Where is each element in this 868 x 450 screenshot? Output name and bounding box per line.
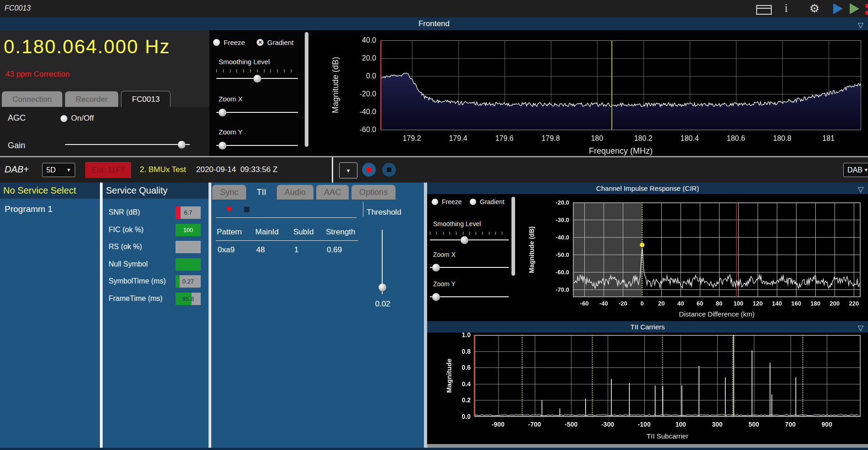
frontend-title: Frontend [418,19,450,28]
chevron-down-icon: ▼ [346,168,351,173]
slider-track [216,112,298,113]
service-list-item[interactable]: Programm 1 [5,204,53,214]
controls-scrollbar[interactable] [305,32,308,147]
tii-col-header: MainId [255,228,279,237]
smoothing-slider[interactable] [216,75,298,83]
detail-tab-bar: SyncTIIAudioAACOptions [212,184,396,200]
tii-carriers-body [427,333,868,444]
frontend-tuner-panel: 0.180.064.000 Hz 43 ppm Correction Conne… [0,30,209,156]
zoom-x-slider[interactable] [216,109,298,117]
channel-value: 5D [46,166,55,174]
quality-value [176,241,201,253]
tab-sync[interactable]: Sync [212,185,246,200]
info-icon[interactable]: i [785,2,788,15]
threshold-label: Threshold [367,208,401,217]
stop-button[interactable] [382,163,396,177]
settings-gear-icon[interactable]: ⚙ [809,2,819,15]
band-combobox[interactable]: DAB ▼ [843,163,868,177]
service-list-panel: No Service Select Programm 1 [0,183,100,448]
tab-options[interactable]: Options [352,185,396,200]
tab-connection[interactable]: Connection [2,91,62,107]
slider-handle[interactable] [219,109,226,117]
window-restore-icon[interactable] [756,5,772,15]
tii-col-header: Pattern [217,228,242,237]
tab-audio[interactable]: Audio [277,185,313,200]
quality-row: SymbolTime (ms)0.27 [103,275,209,288]
quality-value: 0.27 [176,275,201,288]
table-header-underline [216,240,358,241]
cir-gradient-radio[interactable]: Gradient [470,198,505,206]
radio-circle-icon[interactable] [60,115,67,122]
quality-metric-label: FIC (ok %) [109,226,143,234]
quality-metric-label: SNR (dB) [109,208,140,217]
radio-circle-icon[interactable] [432,199,438,205]
threshold-slider[interactable] [379,230,386,294]
ensemble-name: 2. BMUx Test [140,165,186,174]
tab-tii[interactable]: TII [249,185,274,200]
quality-row: RS (ok %) [103,241,209,253]
slider-handle[interactable] [253,75,261,83]
ppm-correction-label: 43 ppm Correction [5,70,70,79]
tii-cell: 48 [256,245,265,255]
collapse-triangle-icon[interactable]: ▽ [858,322,863,333]
slider-handle[interactable] [178,141,186,149]
panel-splitter[interactable] [424,183,427,448]
slider-handle[interactable] [432,293,440,301]
spectrum-controls-panel: Freeze Gradient Smoothing Level Zoom X Z… [209,30,312,156]
collapse-triangle-icon[interactable]: ▽ [858,183,863,195]
toolbar-divider [332,157,333,183]
quality-row: Null Symbol [103,258,209,271]
radio-circle-icon[interactable] [257,39,264,46]
edge-red-dot-icon [865,4,868,8]
start-green-play-icon[interactable] [850,3,859,14]
threshold-value: 0.02 [371,300,395,309]
recorder-dropdown-button[interactable]: ▼ [339,162,357,178]
quality-metric-label: Null Symbol [109,260,148,268]
collapse-triangle-icon[interactable]: ▽ [858,19,863,32]
agc-radio[interactable]: On/Off [60,114,94,123]
separator-line [216,217,357,218]
freeze-radio[interactable]: Freeze [213,39,245,46]
dab-mode-label: DAB+ [5,164,29,175]
radio-circle-icon[interactable] [213,39,220,46]
cir-zoom-y-slider[interactable] [430,293,509,301]
detail-tabs-panel: SyncTIIAudioAACOptions Threshold Pattern… [211,183,424,448]
agc-label: AGC [8,113,26,123]
start-blue-play-icon[interactable] [833,3,843,14]
smoothing-label: Smoothing Level [433,220,481,228]
tab-fc0013[interactable]: FC0013 [121,91,170,107]
cir-zoom-x-slider[interactable] [430,264,509,272]
tab-recorder[interactable]: Recorder [65,91,118,107]
tii-carriers-canvas [431,333,868,444]
window-title: FC0013 [5,4,31,12]
controls-scrollbar[interactable] [511,197,515,276]
window-bottom-edge [0,448,868,450]
zoom-x-label: Zoom X [433,251,456,258]
slider-handle[interactable] [432,264,440,272]
zoom-y-slider[interactable] [216,142,298,150]
agc-radio-label: On/Off [71,114,94,123]
tii-carriers-section-header: TII Carriers ▽ [427,321,868,333]
channel-combobox[interactable]: 5D ▼ [42,163,75,177]
tii-carriers-title: TII Carriers [631,323,665,331]
chevron-down-icon: ▼ [864,167,868,172]
quality-row: SNR (dB)6.7 [103,206,209,219]
record-button[interactable] [362,163,376,177]
tab-aac[interactable]: AAC [316,185,349,200]
gradient-radio[interactable]: Gradient [257,39,294,46]
slider-handle[interactable] [219,142,226,150]
freeze-label: Freeze [224,39,245,46]
frontend-tab-bar: ConnectionRecorderFC0013 [2,91,170,107]
ensemble-id-badge: EId: 11F7 [85,162,131,178]
frontend-section-header: Frontend ▽ [0,17,868,30]
cir-smoothing-slider[interactable] [430,236,509,244]
radio-circle-icon[interactable] [470,199,476,205]
quality-metric-label: SymbolTime (ms) [109,277,166,285]
quality-value [176,258,201,271]
tii-table: PatternMainIdSubIdStrength0xa94810.69 [216,228,363,269]
slider-handle[interactable] [379,283,386,291]
slider-handle[interactable] [461,236,468,244]
tii-cell: 0xa9 [218,245,235,255]
gain-slider[interactable] [65,141,190,149]
cir-freeze-radio[interactable]: Freeze [432,198,462,206]
